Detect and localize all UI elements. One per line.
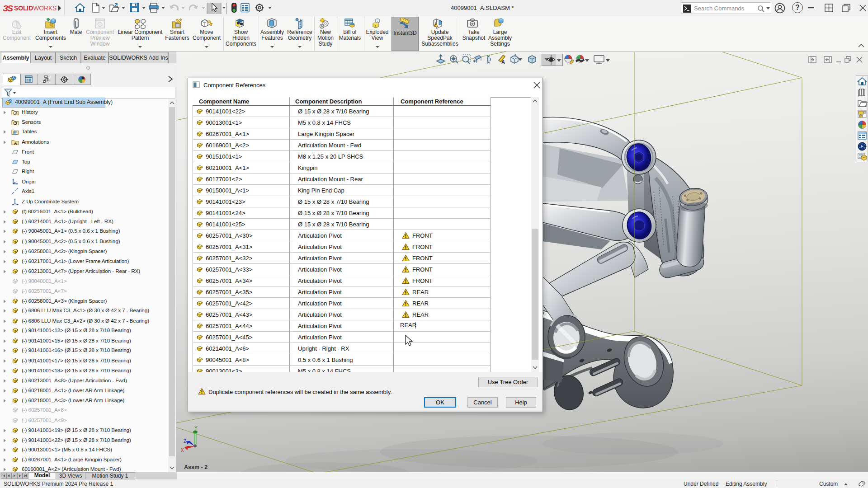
svg-text:Y: Y — [194, 426, 198, 431]
svg-text:Z: Z — [184, 439, 186, 444]
svg-text:SOLIDWORKS: SOLIDWORKS — [14, 5, 57, 12]
svg-text:X: X — [181, 448, 184, 453]
svg-text:A: A — [501, 59, 505, 65]
svg-text:ЗS: ЗS — [3, 4, 13, 13]
